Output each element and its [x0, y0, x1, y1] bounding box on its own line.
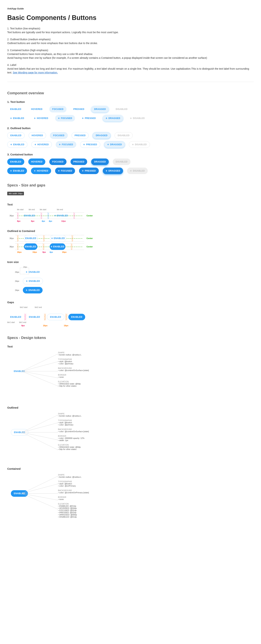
outlined-focused[interactable]: Focused [50, 132, 67, 139]
outlined-icon-focused[interactable]: +Focused [56, 141, 76, 148]
text-icon-enabled[interactable]: +Enabled [7, 115, 27, 122]
outlined-icon-hovered[interactable]: +Hovered [31, 141, 52, 148]
tokens-contained-heading: Contained [7, 467, 254, 470]
tok-elev-other: 0dp for other states [58, 385, 89, 387]
plus-icon: + [26, 289, 27, 292]
contained-icon-focused[interactable]: +Focused [55, 168, 75, 174]
tok-bg-hd: BACKGROUND [58, 428, 89, 430]
plus-icon: + [26, 280, 28, 282]
text-enabled[interactable]: Enabled [7, 106, 24, 112]
pad-mark [17, 244, 18, 250]
height-24: 24px [14, 280, 21, 282]
text-icon-dragged[interactable]: +Dragged [103, 115, 123, 122]
tok-typo-hd: TYPOGRAPHIE [58, 420, 89, 422]
spec-out-btn: Enabled [24, 235, 38, 242]
spec-text-btn: Enabled [24, 212, 35, 219]
wording-link[interactable]: See Wording page for more information. [13, 71, 58, 74]
connector-lines [22, 352, 58, 395]
text-pressed[interactable]: Pressed [70, 106, 87, 112]
outlined-icon-disabled: +Disabled [129, 141, 150, 148]
lbl-btn-end: btn end [29, 208, 35, 210]
outlined-disabled: Disabled [115, 132, 132, 139]
tok-bg-item: color: @contentOnSurface-[state] [58, 430, 89, 432]
svg-line-14 [22, 494, 58, 509]
contained-button-row: Enabled Hovered Focused Pressed Dragged … [7, 158, 254, 165]
tok-elev-dis: DISABLED: @01dp [58, 516, 89, 518]
section-outlined-button: 2. Outlined button [7, 126, 254, 130]
outlined-pressed[interactable]: Pressed [72, 132, 89, 139]
page-title: Basic Components / Buttons [7, 14, 254, 22]
intro: 1. Text button (low emphasis) Text butto… [7, 27, 254, 74]
tok-elev-e: ENABLED: @01dp [58, 505, 89, 507]
gap-16: 16px [43, 324, 47, 326]
outlined-icon-pressed[interactable]: +Pressed [80, 141, 100, 148]
contained-dragged[interactable]: Dragged [91, 158, 109, 165]
outlined-button-icon-row: +Enabled +Hovered +Focused +Pressed +Dra… [7, 141, 254, 148]
spec-gaps-heading: Gaps [7, 301, 254, 304]
text-focused[interactable]: Focused [49, 106, 66, 112]
height-36: 36px [7, 246, 15, 248]
text-button-icon-row: +Enabled +Hovered +Focused +Pressed +Dra… [7, 115, 254, 122]
pad-mark [41, 212, 42, 219]
outlined-icon-enabled[interactable]: +Enabled [7, 141, 27, 148]
outlined-enabled[interactable]: Enabled [7, 132, 25, 139]
tok-shape-hd: SHAPE [58, 474, 89, 476]
text-dragged[interactable]: Dragged [91, 106, 109, 112]
tok-bg-hd: BACKGROUND [58, 367, 89, 369]
tok-typo-color: color: @primary [58, 424, 89, 426]
text-icon-hovered[interactable]: +Hovered [31, 115, 51, 122]
pad-mark [17, 212, 18, 219]
text-icon-pressed[interactable]: +Pressed [79, 115, 99, 122]
outlined-hovered[interactable]: Hovered [29, 132, 46, 139]
tok-typo-color: color: @primary [58, 362, 89, 365]
lbl-btn2-end: btn2 end [35, 306, 42, 308]
spec-gaps: Gaps btn2 start btn2 end Enabled Enabled… [7, 301, 254, 326]
intro-1-body: Text buttons are typically used for less… [7, 31, 119, 34]
pad-mark [43, 244, 44, 250]
contained-focused[interactable]: Focused [49, 158, 66, 165]
height-24: 24px [14, 289, 21, 291]
tok-border-item: none [58, 498, 89, 500]
tok-shape-item: border-radius: @radius-L [58, 415, 89, 417]
svg-line-6 [22, 423, 58, 432]
contained-icon-dragged[interactable]: +Dragged [103, 168, 123, 174]
outlined-dragged[interactable]: Dragged [93, 132, 111, 139]
tok-typo-style: style: @button [58, 360, 89, 362]
pad-mark [47, 212, 49, 219]
connector-lines [22, 413, 58, 456]
svg-line-4 [22, 371, 58, 386]
pad-4: 4px [49, 220, 52, 222]
pad-8: 8px [42, 251, 46, 253]
lbl-btn2-start: btn2 start [20, 306, 27, 308]
contained-button-icon-row: +Enabled +Hovered +Focused +Pressed +Dra… [7, 168, 254, 174]
contained-icon-pressed[interactable]: +Pressed [79, 168, 99, 174]
contained-enabled[interactable]: Enabled [7, 158, 24, 165]
tok-typo-style: style: @button [58, 422, 89, 424]
contained-icon-hovered[interactable]: +Hovered [31, 168, 51, 174]
intro-2-body: Outlined buttons are used for more empha… [7, 42, 98, 44]
width-24: 24px [23, 266, 254, 268]
outlined-icon-dragged[interactable]: +Dragged [104, 141, 125, 148]
gap-mark [65, 314, 67, 320]
intro-2-lead: 2. Outlined Button (medium emphasis) [7, 38, 50, 41]
contained-pressed[interactable]: Pressed [70, 158, 87, 165]
plus-icon: + [83, 143, 85, 146]
tok-shape-hd: SHAPE [58, 413, 89, 415]
pad-4: 4px [49, 251, 53, 253]
gap-8: 8px [21, 324, 25, 326]
text-icon-focused[interactable]: +Focused [55, 115, 75, 122]
connector-lines [22, 474, 58, 532]
text-hovered[interactable]: Hovered [28, 106, 45, 112]
spec-text-heading: Text [7, 203, 254, 206]
intro-3-body: Contained buttons have more emphasis, as… [7, 52, 207, 59]
contained-icon-enabled[interactable]: +Enabled [7, 168, 27, 174]
contained-hovered[interactable]: Hovered [28, 158, 45, 165]
tok-shape-hd: SHAPE [58, 352, 89, 354]
plus-icon: + [59, 143, 61, 146]
intro-3-lead: 3. Contained button (high emphasis) [7, 49, 48, 52]
tok-bg-hd: BACKGROUND [58, 490, 89, 492]
spec-oc-heading: Outlined & Contained [7, 230, 254, 232]
plus-icon: + [106, 170, 107, 172]
pad-mark [72, 235, 73, 242]
icon-cont-btn: +Enabled [23, 287, 43, 294]
